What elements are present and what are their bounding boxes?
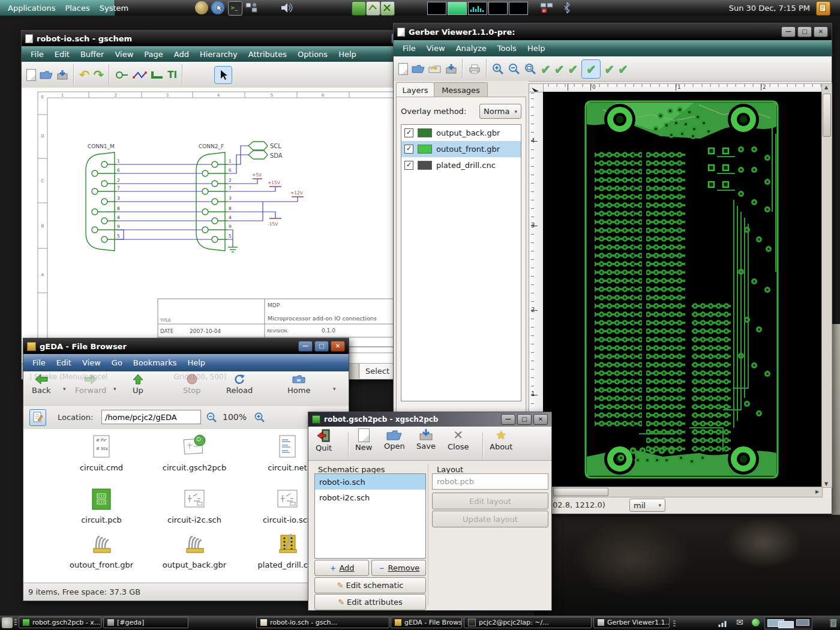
- page-row-selected[interactable]: robot-io.sch: [315, 474, 425, 490]
- file-item[interactable]: circuit-i2c.sch: [149, 487, 239, 524]
- menu-options[interactable]: Options: [292, 47, 333, 61]
- launcher-gschem-icon[interactable]: [366, 1, 380, 16]
- messenger-status-icon[interactable]: [752, 619, 760, 626]
- file-item[interactable]: output_back.gbr: [149, 532, 239, 569]
- edit-attributes-button[interactable]: ✎ Edit attributes: [314, 594, 426, 610]
- gschem-titlebar[interactable]: robot-io.sch - gschem — □ ✕: [22, 31, 442, 46]
- menu-add[interactable]: Add: [169, 47, 194, 61]
- fb-titlebar[interactable]: gEDA - File Browser — □ ✕: [23, 338, 349, 354]
- add-net-icon[interactable]: [133, 70, 147, 80]
- about-button[interactable]: ★ About: [490, 428, 512, 451]
- close-button[interactable]: ✕: [533, 414, 548, 425]
- maximize-button[interactable]: □: [314, 341, 329, 352]
- minimize-button[interactable]: —: [781, 26, 796, 37]
- scroll-up-icon[interactable]: ▲: [822, 85, 830, 90]
- page-row[interactable]: robot-i2c.sch: [315, 490, 425, 505]
- close-button[interactable]: ✕: [331, 341, 345, 352]
- zoom-in-icon[interactable]: [492, 63, 505, 75]
- layer-row[interactable]: ✓ output_back.gbr: [401, 125, 521, 141]
- close-doc-button[interactable]: ✕ Close: [448, 428, 469, 451]
- show-desktop-button[interactable]: [2, 617, 13, 628]
- new-project-icon[interactable]: [398, 63, 408, 75]
- tool-check-icon[interactable]: ✔: [604, 62, 614, 76]
- layer-row[interactable]: ✓ plated_drill.cnc: [401, 157, 521, 173]
- quit-button[interactable]: Quit: [316, 428, 332, 452]
- reload-button[interactable]: Reload: [226, 374, 253, 395]
- close-button[interactable]: ✕: [814, 26, 828, 37]
- layer-color-swatch[interactable]: [418, 145, 432, 154]
- scroll-down-icon[interactable]: ▼: [822, 481, 830, 487]
- location-input[interactable]: [101, 410, 201, 424]
- maximize-button[interactable]: □: [517, 414, 532, 425]
- menu-edit[interactable]: Edit: [49, 47, 75, 61]
- layout-name-entry[interactable]: robot.pcb: [432, 473, 548, 490]
- update-notifier-icon[interactable]: [816, 1, 830, 16]
- undo-icon[interactable]: ↶: [79, 68, 90, 82]
- workspace-switcher[interactable]: [764, 617, 812, 629]
- file-item[interactable]: outout_front.gbr: [56, 532, 146, 569]
- remove-button[interactable]: － Remove: [371, 560, 426, 576]
- layer-color-swatch[interactable]: [418, 161, 432, 170]
- scroll-right-icon[interactable]: ▶: [813, 489, 821, 494]
- layer-visibility-checkbox[interactable]: ✓: [404, 128, 413, 137]
- location-edit-icon[interactable]: [29, 409, 46, 426]
- mail-notifier-icon[interactable]: ✉: [736, 617, 743, 627]
- gschem-canvas[interactable]: 1 2 3 4 5 6 1 2 3 4 5 6 E D C B A: [22, 88, 442, 364]
- menu-analyze[interactable]: Analyze: [451, 41, 492, 55]
- save-button[interactable]: Save: [416, 428, 436, 451]
- add-button[interactable]: ＋ Add: [314, 560, 369, 576]
- layer-visibility-checkbox[interactable]: ✓: [404, 145, 413, 154]
- home-dropdown-caret[interactable]: ▾: [333, 386, 336, 392]
- menu-help[interactable]: Help: [182, 356, 211, 370]
- launcher-browser-icon[interactable]: [211, 1, 224, 14]
- forward-dropdown-caret[interactable]: ▾: [113, 386, 116, 392]
- mem-monitor-applet[interactable]: [509, 2, 528, 15]
- cpu-monitor-applet[interactable]: [448, 2, 467, 15]
- layer-color-swatch[interactable]: [418, 128, 432, 137]
- zoom-out-icon[interactable]: [206, 412, 217, 423]
- units-dropdown[interactable]: mil ▾: [629, 499, 665, 512]
- tab-messages[interactable]: Messages: [434, 82, 488, 97]
- menu-help[interactable]: Help: [522, 41, 551, 55]
- taskbar-button-file-browser[interactable]: gEDA - File Browser: [391, 617, 462, 628]
- edit-schematic-button[interactable]: ✎ Edit schematic: [314, 577, 426, 593]
- menu-attributes[interactable]: Attributes: [243, 47, 292, 61]
- tool-check-icon[interactable]: ✔: [618, 62, 628, 76]
- menu-file[interactable]: File: [397, 41, 421, 55]
- open-button[interactable]: Open: [384, 428, 405, 451]
- update-layout-button[interactable]: Update layout: [432, 511, 548, 527]
- disk-monitor-applet[interactable]: [488, 2, 508, 15]
- redo-icon[interactable]: ↷: [94, 68, 104, 82]
- xg-titlebar[interactable]: robot.gsch2pcb - xgsch2pcb — □ ✕: [308, 412, 551, 427]
- overlay-method-dropdown[interactable]: Norma ▾: [479, 104, 521, 119]
- zoom-fit-icon[interactable]: [524, 63, 537, 75]
- menu-tools[interactable]: Tools: [492, 41, 522, 55]
- layer-visibility-checkbox[interactable]: ✓: [404, 161, 413, 170]
- gerbv-titlebar[interactable]: Gerber Viewer1.1.0-pre: — □ ✕: [394, 23, 832, 40]
- save-file-icon[interactable]: [56, 70, 68, 80]
- signal-strength-icon[interactable]: [718, 619, 729, 628]
- menu-system[interactable]: System: [95, 2, 133, 14]
- file-item[interactable]: circuit.pcb: [56, 487, 146, 524]
- menu-file[interactable]: File: [27, 356, 51, 370]
- launcher-geda-icon[interactable]: [352, 1, 366, 16]
- zoom-out-icon[interactable]: [508, 63, 521, 75]
- menu-help[interactable]: Help: [333, 47, 362, 61]
- tool-check-icon[interactable]: ✔: [541, 62, 551, 76]
- edit-layout-button[interactable]: Edit layout: [432, 493, 548, 509]
- print-icon[interactable]: [468, 64, 481, 74]
- gerbv-canvas[interactable]: [543, 92, 821, 487]
- trash-icon[interactable]: [829, 617, 838, 628]
- panel-clock[interactable]: Sun 30 Dec, 7:15 PM: [729, 0, 810, 16]
- taskbar-button-gerber-viewer[interactable]: Gerber Viewer1.1....: [593, 617, 670, 628]
- menu-file[interactable]: File: [25, 47, 49, 61]
- launcher-network-tool-icon[interactable]: [245, 1, 258, 14]
- layer-row-selected[interactable]: ✓ outout_front.gbr: [401, 141, 521, 157]
- minimize-button[interactable]: —: [298, 341, 313, 352]
- back-dropdown-caret[interactable]: ▾: [63, 386, 66, 392]
- taskbar-button-geda-irc[interactable]: [#geda]: [103, 617, 188, 628]
- tab-layers[interactable]: Layers: [396, 82, 434, 97]
- tool-check-icon[interactable]: ✔: [554, 62, 565, 76]
- bluetooth-icon[interactable]: [563, 1, 576, 14]
- revert-icon[interactable]: [428, 64, 442, 74]
